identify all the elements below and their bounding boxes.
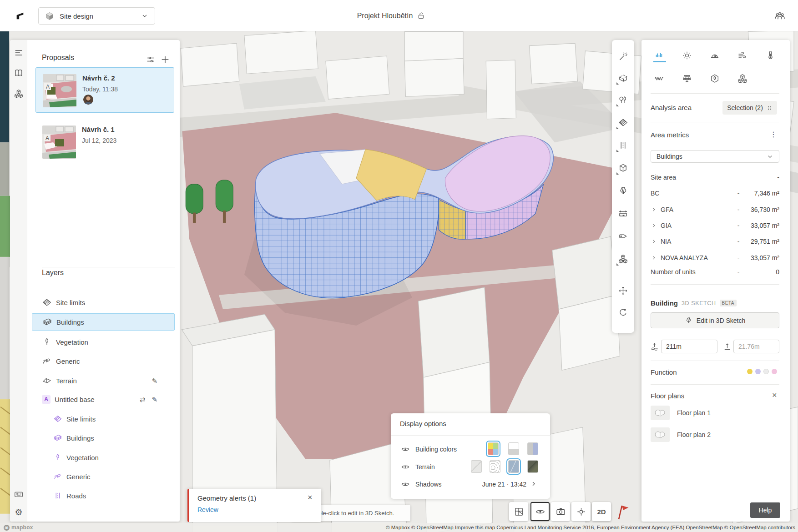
vegetation-tool-icon[interactable]	[618, 95, 628, 105]
building-volume-tool-icon[interactable]	[618, 73, 628, 83]
edit-terrain-icon[interactable]: ✎	[152, 377, 157, 384]
divider	[651, 284, 779, 285]
sublayer-generic[interactable]: Generic	[32, 468, 175, 485]
floor-plan-row-2[interactable]: Floor plan 2	[651, 426, 779, 444]
settings-gear-icon[interactable]: ⚙	[14, 507, 24, 517]
terrain-option-contours[interactable]	[490, 460, 500, 473]
proposal-date: Today, 11:38	[82, 85, 118, 93]
close-floor-plans-icon[interactable]: ×	[772, 391, 777, 399]
help-button[interactable]: Help	[750, 502, 780, 518]
proposals-filter-icon[interactable]	[146, 55, 156, 65]
site-limits-tool-icon[interactable]	[618, 117, 628, 128]
app-logo-icon[interactable]	[14, 11, 26, 21]
sublayer-vegetation[interactable]: Vegetation	[32, 449, 175, 466]
floor-plan-row-1[interactable]: Floor plan 1	[651, 404, 779, 422]
building-colors-option-white[interactable]	[508, 442, 519, 455]
function-color-gray[interactable]	[763, 369, 769, 374]
selection-button[interactable]: Selection (2)	[722, 101, 777, 115]
embodied-carbon-icon[interactable]	[709, 73, 720, 84]
expand-chevron-icon[interactable]	[651, 238, 661, 245]
site-design-menu[interactable]: Site design	[38, 7, 155, 25]
move-tool-icon[interactable]	[618, 286, 628, 296]
tag-tool-icon[interactable]	[618, 231, 628, 241]
sun-analysis-icon[interactable]	[682, 50, 692, 61]
building-height-input[interactable]	[661, 340, 717, 353]
eye-icon	[535, 507, 545, 517]
noise-analysis-icon[interactable]	[654, 73, 665, 84]
mapbox-logo[interactable]: m mapbox	[4, 524, 33, 531]
terrain-option-flat[interactable]	[471, 460, 482, 473]
metric-label: NOVA ANALYZA	[661, 254, 708, 261]
unlock-icon[interactable]	[417, 11, 425, 20]
shadows-datetime-value[interactable]: June 21 · 13:42	[482, 481, 526, 488]
function-color-purple[interactable]	[755, 369, 761, 374]
proposal-title: Návrh č. 1	[82, 125, 115, 133]
2d-mode-button[interactable]: 2D	[592, 502, 611, 521]
generic-volume-tool-icon[interactable]	[618, 163, 628, 173]
metrics-category-dropdown[interactable]: Buildings	[651, 150, 779, 163]
sublayer-roads[interactable]: Roads	[32, 487, 175, 504]
building-colors-option-colored[interactable]	[488, 442, 499, 455]
screenshot-button[interactable]	[551, 502, 570, 521]
rotate-tool-icon[interactable]	[618, 307, 628, 318]
daylight-analysis-icon[interactable]	[709, 50, 720, 61]
terrain-option-satellite[interactable]	[527, 460, 538, 473]
road-tool-icon[interactable]	[618, 140, 628, 151]
assets-tool-icon[interactable]	[618, 254, 628, 264]
proposal-card-navrh-1[interactable]: A Návrh č. 1 Jul 12, 2023	[35, 119, 174, 161]
attribution-text[interactable]: © Mapbox © OpenStreetMap Improve this ma…	[386, 525, 795, 530]
metric-label: BC	[651, 190, 659, 197]
display-options-button[interactable]	[530, 502, 550, 521]
library-book-icon[interactable]	[14, 68, 24, 78]
close-alert-icon[interactable]: ×	[308, 493, 313, 502]
proposal-list-icon[interactable]	[14, 48, 24, 58]
terrain-visibility-icon[interactable]	[401, 462, 410, 472]
measure-tool-icon[interactable]	[618, 208, 628, 219]
map-attribution-bar: m mapbox © Mapbox © OpenStreetMap Improv…	[0, 523, 798, 532]
add-proposal-button[interactable]	[160, 55, 170, 65]
expand-chevron-icon[interactable]	[651, 206, 661, 213]
sublayer-buildings[interactable]: Buildings	[32, 429, 175, 447]
proposal-card-navrh-2[interactable]: A Návrh č. 2 Today, 11:38	[35, 67, 174, 113]
keyboard-shortcuts-icon[interactable]	[14, 489, 24, 499]
microclimate-analysis-icon[interactable]	[737, 73, 748, 84]
expand-chevron-icon[interactable]	[651, 255, 661, 261]
assets-cubes-icon[interactable]	[14, 89, 24, 99]
layer-buildings[interactable]: Buildings	[32, 313, 175, 331]
collaborators-icon[interactable]	[773, 10, 786, 22]
expand-chevron-icon[interactable]	[651, 222, 661, 229]
edit-in-3d-sketch-button[interactable]: Edit in 3D Sketch	[651, 312, 779, 328]
left-rail: ⚙	[10, 40, 27, 522]
function-color-yellow[interactable]	[747, 369, 753, 374]
layer-generic[interactable]: Generic	[32, 352, 175, 370]
metric-dash: -	[734, 268, 743, 276]
swap-base-icon[interactable]: ⇄	[140, 396, 146, 403]
layer-terrain[interactable]: Terrain ✎	[32, 372, 175, 389]
layer-untitled-base[interactable]: A Untitled base ⇄ ✎	[32, 391, 175, 408]
building-colors-option-custom[interactable]	[527, 442, 538, 455]
metric-row-number-of-units: Number of units - 0	[651, 266, 779, 277]
magic-wand-tool-icon[interactable]	[618, 51, 628, 62]
buildings-icon	[42, 317, 52, 327]
prism-tool-icon[interactable]	[618, 186, 628, 196]
generic-icon	[53, 472, 62, 481]
chevron-right-icon[interactable]	[530, 480, 537, 487]
layer-label: Buildings	[56, 318, 84, 326]
wind-analysis-icon[interactable]	[737, 50, 748, 61]
building-colors-visibility-icon[interactable]	[401, 445, 410, 454]
layer-site-limits[interactable]: Site limits	[32, 294, 175, 311]
area-metrics-icon[interactable]	[654, 50, 665, 61]
solar-panel-analysis-icon[interactable]	[682, 73, 692, 84]
layer-vegetation[interactable]: Vegetation	[32, 333, 175, 351]
terrain-option-map[interactable]	[508, 460, 519, 473]
relative-height-input[interactable]	[733, 340, 779, 353]
zoom-to-fit-button[interactable]	[571, 502, 591, 521]
area-metrics-menu-icon[interactable]: ⋮	[770, 130, 777, 139]
plan-view-button[interactable]	[509, 502, 528, 521]
thermal-analysis-icon[interactable]	[765, 50, 776, 61]
alert-review-link[interactable]: Review	[197, 506, 218, 513]
edit-base-icon[interactable]: ✎	[152, 396, 157, 403]
function-color-pink[interactable]	[772, 369, 777, 374]
shadows-visibility-icon[interactable]	[401, 480, 410, 489]
sublayer-site-limits[interactable]: Site limits	[32, 410, 175, 427]
